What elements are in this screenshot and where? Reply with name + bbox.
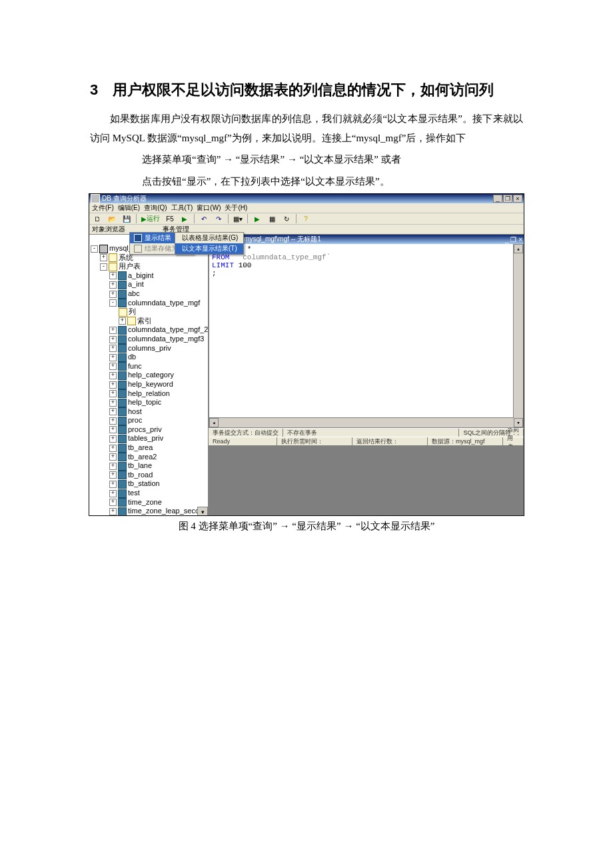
expander-icon[interactable]: + xyxy=(109,445,117,452)
status-exec-time: 执行所需时间： xyxy=(277,437,352,445)
scroll-left-button[interactable]: ◂ xyxy=(209,418,219,427)
tree-table[interactable]: +columndata_type_mgf_2 xyxy=(89,325,208,335)
expander-icon[interactable]: + xyxy=(109,408,117,415)
step-button[interactable]: ▶ xyxy=(178,213,191,224)
sql-editor[interactable]: SELECT * FROM `columndata_type_mgf` LIMI… xyxy=(209,244,524,428)
menu-window[interactable]: 窗口(W) xyxy=(197,203,221,213)
tree-table-open[interactable]: -columndata_type_mgf xyxy=(89,299,208,308)
tree-user-tables-folder[interactable]: -用户表 xyxy=(89,262,208,271)
status-datasource: 数据源：mysql_mgf xyxy=(428,437,503,445)
tree-table[interactable]: +proc xyxy=(89,416,208,425)
expander-icon[interactable]: + xyxy=(109,354,117,361)
expander-icon[interactable]: + xyxy=(109,390,117,397)
expander-icon[interactable]: + xyxy=(109,471,117,479)
object-browser-tree[interactable]: × -mysql_m+系统-用户表+a_bigint+a_int+abc-col… xyxy=(89,235,209,516)
menu-item-grid-results[interactable]: 以表格显示结果(G) xyxy=(175,233,243,243)
expander-icon[interactable]: + xyxy=(109,453,117,461)
results-button[interactable]: ▦ xyxy=(265,213,279,224)
tree-label: time_zone xyxy=(128,498,162,506)
close-button[interactable]: × xyxy=(513,195,522,203)
expander-icon[interactable]: + xyxy=(109,272,117,279)
app-titlebar: DB 查询分析器 _ ❐ × xyxy=(89,194,524,203)
menu-tools[interactable]: 工具(T) xyxy=(171,203,193,213)
expander-icon[interactable]: - xyxy=(100,263,107,271)
expander-icon[interactable]: + xyxy=(109,435,117,443)
tree-table[interactable]: +tb_road xyxy=(89,471,208,480)
editor-close-button[interactable]: × xyxy=(518,236,522,243)
minimize-button[interactable]: _ xyxy=(493,195,502,203)
menu-item-text-results[interactable]: 以文本显示结果(T) xyxy=(175,243,243,254)
help-button[interactable]: ? xyxy=(299,213,312,224)
expander-icon[interactable]: - xyxy=(109,299,117,307)
open-button[interactable]: 📂 xyxy=(105,213,119,224)
expander-icon[interactable]: + xyxy=(109,372,117,379)
scroll-up-button[interactable]: ▴ xyxy=(514,244,523,253)
tree-table[interactable]: +help_topic xyxy=(89,398,208,407)
expander-icon[interactable]: + xyxy=(109,417,117,425)
tree-table[interactable]: +help_keyword xyxy=(89,380,208,389)
tree-table[interactable]: +test xyxy=(89,489,208,498)
tree-table[interactable]: +help_relation xyxy=(89,389,208,399)
expander-icon[interactable]: + xyxy=(100,254,107,261)
tree-table[interactable]: +abc xyxy=(89,289,208,299)
new-button[interactable]: 🗋 xyxy=(91,213,104,224)
tree-table[interactable]: +host xyxy=(89,407,208,417)
expander-icon[interactable]: + xyxy=(109,399,117,407)
display-results-submenu: 以表格显示结果(G) 以文本显示结果(T) xyxy=(175,232,244,255)
horizontal-scrollbar[interactable]: ◂ xyxy=(209,417,514,427)
redo-button[interactable]: ↷ xyxy=(212,213,225,224)
tree-index-folder[interactable]: +索引 xyxy=(89,317,208,326)
tree-table[interactable]: +tb_station xyxy=(89,479,208,489)
scroll-down-button[interactable]: ▾ xyxy=(197,507,208,516)
tree-table[interactable]: +a_int xyxy=(89,280,208,289)
menu-file[interactable]: 文件(F) xyxy=(92,203,114,213)
tree-label: tb_lane xyxy=(128,461,152,469)
editor-maximize-button[interactable]: ❐ xyxy=(510,236,516,243)
expander-icon[interactable]: + xyxy=(119,317,126,325)
tree-columns-folder[interactable]: 列 xyxy=(89,307,208,317)
menu-edit[interactable]: 编辑(E) xyxy=(118,203,140,213)
tree-table[interactable]: +columns_priv xyxy=(89,344,208,353)
expander-icon[interactable]: + xyxy=(109,291,117,298)
scroll-down-button[interactable]: ▾ xyxy=(514,418,523,427)
expander-icon[interactable]: + xyxy=(109,336,117,343)
tree-label: columndata_type_mgf3 xyxy=(128,335,204,343)
expander-icon[interactable]: + xyxy=(109,508,117,515)
tree-table[interactable]: +help_category xyxy=(89,371,208,380)
expander-icon[interactable]: + xyxy=(109,327,117,334)
expander-icon[interactable]: + xyxy=(109,463,117,470)
tab-object-browser[interactable]: 对象浏览器 xyxy=(92,225,125,234)
tree-table[interactable]: +a_bigint xyxy=(89,271,208,281)
expander-icon[interactable]: + xyxy=(109,281,117,289)
menu-help[interactable]: 关于(H) xyxy=(225,203,247,213)
tree-table[interactable]: +db xyxy=(89,353,208,362)
save-button[interactable]: 💾 xyxy=(120,213,133,224)
vertical-scrollbar[interactable]: ▴ ▾ xyxy=(513,244,523,427)
expander-icon[interactable]: + xyxy=(109,381,117,389)
expander-icon[interactable]: + xyxy=(109,426,117,433)
menu-query[interactable]: 查询(Q) xyxy=(144,203,167,213)
expander-icon[interactable]: + xyxy=(109,490,117,497)
exec-button[interactable]: ▶ xyxy=(251,213,264,224)
expander-icon[interactable]: + xyxy=(109,345,117,352)
tree-table[interactable]: +func xyxy=(89,362,208,371)
tree-table[interactable]: +time_zone xyxy=(89,498,208,507)
run-button[interactable]: ▶ 运行 xyxy=(139,213,162,224)
undo-button[interactable]: ↶ xyxy=(197,213,211,224)
tree-table[interactable]: +tb_area xyxy=(89,443,208,453)
maximize-button[interactable]: ❐ xyxy=(503,195,512,203)
tree-table[interactable]: +procs_priv xyxy=(89,425,208,435)
tree-table[interactable]: +time_zone_leap_second xyxy=(89,507,208,516)
ico-tbl-icon xyxy=(118,335,127,344)
display-dropdown-button[interactable]: ▦▾ xyxy=(231,213,245,224)
tree-table[interactable]: +tables_priv xyxy=(89,434,208,443)
editor-minimize-button[interactable]: _ xyxy=(505,236,509,243)
refresh-button[interactable]: ↻ xyxy=(280,213,293,224)
tree-table[interactable]: +columndata_type_mgf3 xyxy=(89,335,208,344)
tree-table[interactable]: +tb_lane xyxy=(89,461,208,471)
tree-table[interactable]: +tb_area2 xyxy=(89,453,208,462)
expander-icon[interactable]: - xyxy=(91,245,98,253)
expander-icon[interactable]: + xyxy=(109,363,117,370)
expander-icon[interactable]: + xyxy=(109,499,117,506)
expander-icon[interactable]: + xyxy=(109,481,117,488)
